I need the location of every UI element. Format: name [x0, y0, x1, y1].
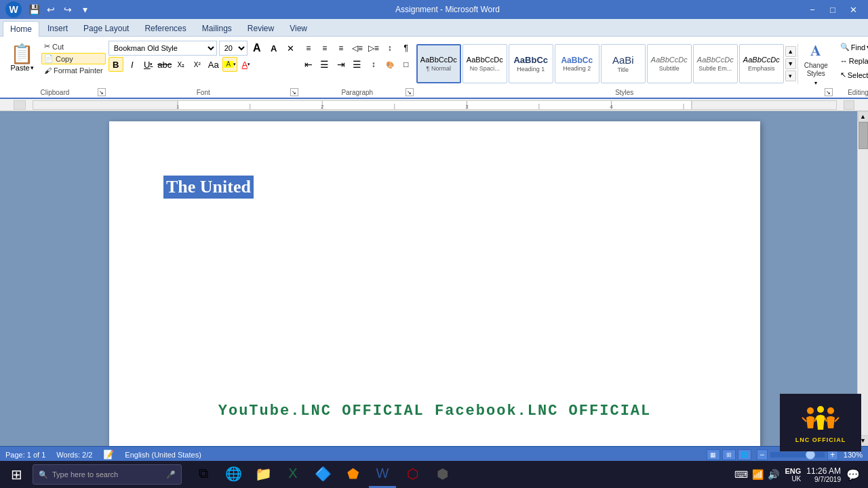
style-heading1[interactable]: AaBbCc Heading 1 [509, 44, 553, 83]
justify-btn[interactable]: ☰ [350, 57, 365, 72]
scroll-track[interactable] [859, 122, 868, 435]
word-taskbar-btn[interactable]: W [369, 461, 396, 488]
select-button[interactable]: ↖ Select ▾ [835, 68, 868, 81]
unknown-app-4[interactable]: ⬢ [429, 461, 456, 488]
replace-button[interactable]: ↔ Replace [835, 55, 868, 67]
more-quick-btn[interactable]: ▾ [77, 2, 92, 17]
multilevel-button[interactable]: ≡ [334, 41, 349, 56]
bold-button[interactable]: B [108, 57, 123, 72]
paste-button[interactable]: 📋 Paste ▾ [4, 43, 40, 74]
styles-prev-btn[interactable]: ▲ [785, 46, 796, 57]
bullets-button[interactable]: ≡ [301, 41, 316, 56]
close-btn[interactable]: ✕ [844, 3, 863, 16]
undo-quick-btn[interactable]: ↩ [43, 2, 58, 17]
redo-quick-btn[interactable]: ↪ [60, 2, 75, 17]
cut-button[interactable]: ✂ Cut [41, 41, 106, 52]
clear-format-btn[interactable]: ✕ [283, 41, 298, 56]
start-button[interactable]: ⊞ [3, 461, 30, 488]
network-icon[interactable]: 📶 [752, 469, 764, 480]
full-screen-btn[interactable]: ⊞ [722, 449, 736, 460]
font-dialog-btn[interactable]: ↘ [290, 88, 298, 96]
copy-button[interactable]: 📄 Copy [41, 53, 106, 64]
tab-view[interactable]: View [282, 20, 315, 36]
clipboard-dialog-btn[interactable]: ↘ [98, 88, 106, 96]
unknown-app-2[interactable]: ⬟ [339, 461, 366, 488]
styles-next-btn[interactable]: ▼ [785, 58, 796, 69]
cursor-icon: ↖ [840, 70, 846, 79]
style-normal[interactable]: AaBbCcDc ¶ Normal [416, 44, 461, 83]
unknown-app-1[interactable]: 🔷 [309, 461, 336, 488]
explorer-btn[interactable]: 📁 [250, 461, 277, 488]
italic-button[interactable]: I [125, 57, 140, 72]
web-layout-btn[interactable]: 🌐 [738, 449, 751, 460]
font-size-select[interactable]: 20 [219, 41, 248, 56]
styles-list: AaBbCcDc ¶ Normal AaBbCcDc No Spaci... A… [416, 44, 784, 83]
scroll-up-btn[interactable]: ▲ [858, 111, 869, 122]
style-subtle-em[interactable]: AaBbCcDc Subtle Em... [693, 44, 738, 83]
style-subtitle[interactable]: AaBbCcDc Subtitle [647, 44, 692, 83]
zoom-out-btn[interactable]: − [757, 449, 768, 460]
taskbar-search[interactable]: 🔍 Type here to search 🎤 [33, 464, 182, 485]
spell-check-icon[interactable]: 📝 [103, 449, 114, 460]
borders-btn[interactable]: □ [399, 57, 414, 72]
taskview-btn[interactable]: ⧉ [190, 461, 217, 488]
show-marks-btn[interactable]: ¶ [399, 41, 414, 56]
underline-button[interactable]: U ▾ [141, 57, 156, 72]
subscript-button[interactable]: X₂ [174, 57, 189, 72]
find-button[interactable]: 🔍 Find ▾ [835, 41, 868, 54]
format-painter-button[interactable]: 🖌 Format Painter [41, 65, 106, 76]
words-info: Words: 2/2 [56, 451, 92, 459]
line-spacing-btn[interactable]: ↕ [366, 57, 381, 72]
style-heading2[interactable]: AaBbCc Heading 2 [555, 44, 599, 83]
highlight-button[interactable]: A ▾ [222, 57, 237, 72]
font-color-button[interactable]: A ▾ [239, 57, 254, 72]
tab-insert[interactable]: Insert [40, 20, 75, 36]
main-area: The United YouTube.LNC OFFICIAL Facebook… [0, 111, 868, 446]
print-layout-btn[interactable]: ▦ [707, 449, 720, 460]
tab-mailings[interactable]: Mailings [195, 20, 239, 36]
clipboard-actions: ✂ Cut 📄 Copy 🖌 Format Painter [41, 41, 106, 76]
increase-indent-btn[interactable]: ▷≡ [366, 41, 381, 56]
paragraph-dialog-btn[interactable]: ↘ [406, 88, 414, 96]
shading-btn[interactable]: 🎨 [382, 57, 397, 72]
change-styles-label: ChangeStyles [804, 62, 828, 78]
tab-references[interactable]: References [137, 20, 193, 36]
decrease-indent-btn[interactable]: ◁≡ [350, 41, 365, 56]
taskbar-apps: ⧉ 🌐 📁 X 🔷 ⬟ W ⬡ ⬢ [190, 461, 456, 488]
volume-icon[interactable]: 🔊 [768, 469, 779, 480]
numbering-button[interactable]: ≡ [317, 41, 332, 56]
notification-icon[interactable]: 💬 [846, 468, 860, 481]
zoom-slider-track[interactable] [770, 452, 825, 458]
font-shrink-btn[interactable]: A [267, 41, 281, 56]
tab-review[interactable]: Review [240, 20, 281, 36]
change-styles-button[interactable]: 𝐀 ChangeStyles ▾ [800, 39, 833, 87]
document-page[interactable]: The United YouTube.LNC OFFICIAL Facebook… [109, 121, 760, 446]
styles-dialog-btn[interactable]: ↘ [825, 88, 833, 96]
style-title[interactable]: AaBi Title [601, 44, 646, 83]
minimize-btn[interactable]: − [803, 3, 822, 16]
lnc-logo-overlay: LNC OFFICIAL [780, 394, 861, 451]
document-scroll-area[interactable]: The United YouTube.LNC OFFICIAL Facebook… [12, 111, 857, 446]
excel-btn[interactable]: X [279, 461, 307, 488]
maximize-btn[interactable]: □ [823, 3, 842, 16]
align-left-btn[interactable]: ⇤ [301, 57, 316, 72]
change-case-button[interactable]: Aa [206, 57, 221, 72]
style-emphasis[interactable]: AaBbCcDc Emphasis [739, 44, 784, 83]
font-grow-btn[interactable]: A [250, 41, 264, 56]
tab-page-layout[interactable]: Page Layout [76, 20, 136, 36]
align-right-btn[interactable]: ⇥ [334, 57, 349, 72]
tab-home[interactable]: Home [3, 21, 39, 37]
editing-group-footer: Editing [834, 87, 868, 98]
scroll-thumb[interactable] [859, 122, 868, 149]
edge-btn[interactable]: 🌐 [220, 461, 247, 488]
font-name-select[interactable]: Bookman Old Style [108, 41, 217, 56]
align-center-btn[interactable]: ☰ [317, 57, 332, 72]
keyboard-icon[interactable]: ⌨ [734, 469, 748, 480]
strikethrough-button[interactable]: abc [157, 57, 172, 72]
unknown-app-3[interactable]: ⬡ [399, 461, 426, 488]
style-no-spacing[interactable]: AaBbCcDc No Spaci... [462, 44, 507, 83]
save-quick-btn[interactable]: 💾 [26, 2, 41, 17]
sort-btn[interactable]: ↕ [382, 41, 397, 56]
superscript-button[interactable]: X² [190, 57, 205, 72]
styles-more-btn[interactable]: ▾ [785, 70, 796, 81]
